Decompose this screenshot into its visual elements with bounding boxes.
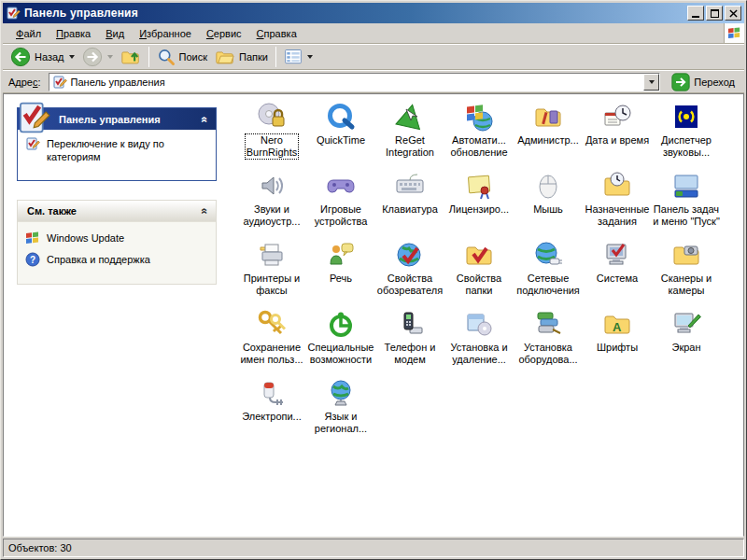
stored-names-icon [257,309,287,339]
views-icon [284,48,303,66]
control-panel-big-icon [15,100,50,135]
keyboard-icon [395,171,425,201]
control-panel-item[interactable]: AШрифты [583,309,652,378]
control-panel-item[interactable]: Nero BurnRights [237,102,306,171]
menu-Правка[interactable]: Правка [49,25,98,42]
sidebar-item[interactable]: ?Справка и поддержка [25,253,210,267]
folder-options-icon [464,240,494,270]
menu-bar: ФайлПравкаВидИзбранноеСервисСправка [3,23,744,44]
control-panel-item[interactable]: Свойства обозревателя [375,240,444,309]
control-panel-item[interactable]: Клавиатура [375,171,444,240]
windows-update-icon [25,231,40,245]
item-label: Установка оборудова... [517,342,578,366]
control-panel-icon [52,75,67,90]
sidebar-item[interactable]: Windows Update [25,231,210,245]
control-panel-item[interactable]: Назначенные задания [583,171,652,240]
item-label: Свойства обозревателя [376,273,444,297]
control-panel-item[interactable]: Панель задач и меню "Пуск" [652,171,721,240]
content-area: Панель управления « Переключение к виду … [3,93,744,537]
control-panel-item[interactable]: Телефон и модем [375,309,444,378]
control-panel-item[interactable]: Свойства папки [444,240,514,309]
reget-icon [395,102,425,132]
control-panel-item[interactable]: Мышь [514,171,583,240]
control-panel-item[interactable]: Звуки и аудиоустр... [237,171,306,240]
status-text: Объектов: 30 [3,539,744,557]
control-panel-item[interactable]: Администр... [514,102,583,171]
cd-lock-icon [257,102,287,132]
control-panel-item[interactable]: Сетевые подключения [514,240,583,309]
scanners-cameras-icon [671,240,701,270]
close-button[interactable] [725,6,741,21]
item-label: Панель задач и меню "Пуск" [652,203,721,228]
views-button[interactable] [280,46,317,68]
svg-text:?: ? [30,255,35,265]
address-dropdown-button[interactable] [643,74,659,91]
up-button[interactable] [117,46,145,68]
control-panel-item[interactable]: Принтеры и факсы [237,240,306,309]
windows-logo-icon [724,23,744,43]
panel-header[interactable]: См. также « [18,201,216,222]
item-label: Лицензиро... [448,203,510,216]
forward-button[interactable] [78,46,117,68]
control-panel-item[interactable]: Лицензиро... [444,171,514,240]
control-panel-item[interactable]: Речь [306,240,375,309]
search-button[interactable]: Поиск [153,46,211,68]
scheduled-tasks-icon [602,171,632,201]
back-icon [10,47,31,67]
chevron-up-icon[interactable]: « [199,208,212,215]
chevron-up-icon[interactable]: « [199,116,212,122]
views-dropdown-icon [307,55,313,59]
menu-Избранное[interactable]: Избранное [132,25,199,42]
control-panel-item[interactable]: Установка оборудова... [514,309,583,378]
control-panel-item[interactable]: Система [583,240,652,309]
control-panel-item[interactable]: Игровые устройства [306,171,375,240]
menu-Вид[interactable]: Вид [98,25,132,42]
back-button[interactable]: Назад [7,46,78,68]
phone-modem-icon [395,309,425,339]
menu-Справка[interactable]: Справка [249,25,304,42]
power-icon [257,378,287,408]
go-icon [671,73,690,91]
control-panel-item[interactable]: ReGet Integration [375,102,444,171]
item-label: Речь [329,273,353,285]
regional-icon [326,378,356,408]
display-icon [671,309,701,339]
admin-tools-icon [533,102,563,132]
date-time-icon [602,102,632,132]
icon-grid: Nero BurnRightsQuickTimeReGet Integratio… [237,102,721,536]
control-panel-item[interactable]: Диспетчер звуковы... [652,102,721,171]
sidebar-item[interactable]: Переключение к виду по категориям [25,137,210,163]
control-panel-item[interactable]: Сканеры и камеры [652,240,721,309]
control-panel-item[interactable]: Дата и время [583,102,652,171]
accessibility-icon [326,309,356,339]
control-panel-item[interactable]: Автомати... обновление [444,102,514,171]
item-label: Клавиатура [381,203,439,216]
sidebar-panel-control-panel: Панель управления « Переключение к виду … [17,107,217,181]
go-button[interactable]: Переход [664,72,740,92]
control-panel-item[interactable]: Электропи... [237,378,306,447]
item-label: ReGet Integration [385,134,435,159]
item-label: Электропи... [241,411,303,423]
folders-button[interactable]: Папки [211,46,272,68]
maximize-button[interactable] [706,6,723,21]
help-icon: ? [25,252,40,267]
item-label: Принтеры и факсы [243,273,302,297]
switch-view-icon [25,136,40,151]
item-label: Администр... [516,134,580,147]
control-panel-item[interactable]: Установка и удаление... [444,309,514,378]
network-connections-icon [533,240,563,270]
item-label: Язык и регионал... [314,411,368,435]
back-dropdown-icon [69,55,75,59]
control-panel-item[interactable]: Специальные возможности [306,309,375,378]
internet-options-icon [395,240,425,270]
address-input[interactable]: Панель управления [49,73,661,91]
menu-Сервис[interactable]: Сервис [199,25,249,42]
taskbar-start-icon [671,171,701,201]
menu-Файл[interactable]: Файл [8,25,49,42]
control-panel-item[interactable]: Экран [652,309,721,378]
control-panel-item[interactable]: Сохранение имен польз... [237,309,306,378]
control-panel-item[interactable]: Язык и регионал... [306,378,375,447]
item-label: Назначенные задания [585,203,651,228]
control-panel-item[interactable]: QuickTime [306,102,375,171]
minimize-button[interactable] [687,6,704,21]
